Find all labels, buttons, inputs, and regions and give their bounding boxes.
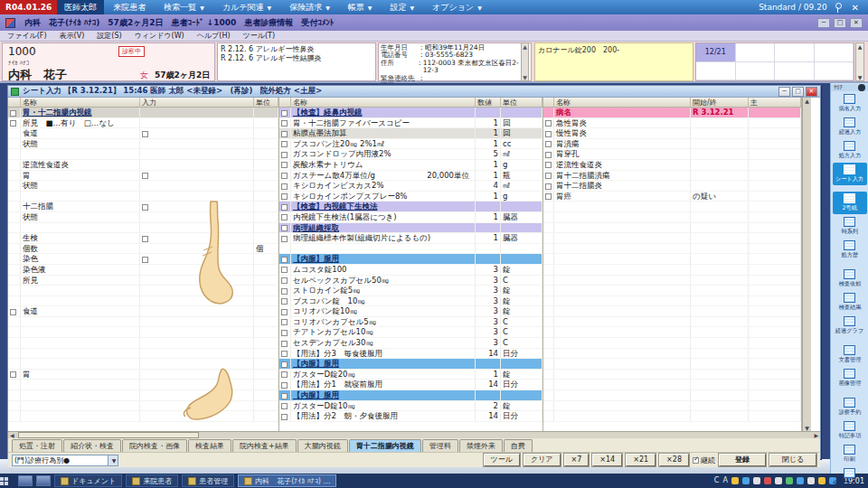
row-checkbox[interactable] <box>10 110 16 117</box>
calendar-cell[interactable] <box>775 62 815 80</box>
order-row[interactable]: 【内服】服用 <box>279 390 542 401</box>
row-checkbox[interactable] <box>142 236 148 242</box>
disease-row[interactable] <box>543 265 801 276</box>
order-row[interactable]: 炭酸水素ナトリウム1g <box>279 160 542 171</box>
row-checkbox[interactable] <box>281 162 288 168</box>
calendar-scrollbar[interactable]: ▲▼ <box>855 42 864 81</box>
detail-scrollbar[interactable]: ▲▼ <box>521 42 529 81</box>
disease-row[interactable] <box>543 202 801 212</box>
row-checkbox[interactable] <box>281 141 288 147</box>
row-checkbox[interactable] <box>281 341 288 347</box>
row-checkbox[interactable] <box>281 267 288 273</box>
disease-row[interactable]: 逆流性食道炎 <box>543 160 801 171</box>
menubar-item-検索一覧[interactable]: 検索一覧▼ <box>155 2 213 14</box>
sheet-row[interactable] <box>8 223 278 234</box>
row-checkbox[interactable] <box>281 277 288 284</box>
sidebar-button-時系列[interactable]: 時系列 <box>833 215 867 238</box>
order-row[interactable] <box>279 244 542 255</box>
sheet-select-dropdown[interactable]: (門)診療行為別● ▼ <box>12 455 118 466</box>
order-row[interactable]: チアトンカプセル10㎎3C <box>279 327 542 338</box>
sheet-close-button[interactable]: ✕ <box>806 87 817 97</box>
memo-box[interactable]: カロナール錠200 200- <box>534 42 693 81</box>
row-checkbox[interactable] <box>545 183 552 190</box>
row-input-cell[interactable] <box>140 118 254 128</box>
disease-row[interactable]: 慢性胃炎 <box>543 128 801 139</box>
footer-button-×14[interactable]: ×14 <box>592 454 622 466</box>
row-checkbox[interactable] <box>281 288 288 295</box>
disease-row[interactable] <box>543 317 801 328</box>
search-icon[interactable] <box>18 475 33 486</box>
order-row[interactable]: コリオパン錠10㎎3錠 <box>279 306 542 317</box>
disease-row[interactable] <box>543 327 801 338</box>
menu-ファイル(F)[interactable]: ファイル(F) <box>7 31 47 41</box>
sheet-row[interactable]: 逆流性食道炎 <box>8 160 278 171</box>
tray-icon-7[interactable] <box>807 477 815 484</box>
sheet-row[interactable]: 状態 <box>8 212 278 223</box>
order-row[interactable]: ガスターD錠20㎎1錠 <box>279 370 542 380</box>
tab-紹介状・検査[interactable]: 紹介状・検査 <box>63 439 121 452</box>
sheet-row[interactable]: 所見 ■…有り □…なし <box>8 118 278 129</box>
sheet-close-footer-button[interactable]: 閉じる <box>769 454 816 466</box>
order-row[interactable]: 【検査】経鼻内視鏡 <box>279 108 542 118</box>
order-row[interactable]: ムコスタ錠1003錠 <box>279 265 542 276</box>
disease-row[interactable] <box>543 286 801 296</box>
disease-row[interactable] <box>543 401 801 412</box>
sidebar-button-検査結果[interactable]: 検査結果 <box>833 291 867 314</box>
order-row[interactable]: ガスチーム散4万単位/g20,000単位1瓶 <box>279 171 542 182</box>
list-horizontal-scrollbar[interactable]: ◀▶ <box>8 431 820 438</box>
row-checkbox[interactable] <box>281 330 288 336</box>
row-checkbox[interactable] <box>545 141 552 147</box>
row-input-cell[interactable] <box>140 233 254 243</box>
row-checkbox[interactable] <box>10 120 16 127</box>
disease-row[interactable]: 胃癌の疑い <box>543 192 801 202</box>
row-input-cell[interactable] <box>140 202 254 211</box>
row-input-cell[interactable] <box>140 306 254 316</box>
menubar-item-保険請求[interactable]: 保険請求▼ <box>280 2 339 14</box>
sheet-row[interactable] <box>8 411 278 422</box>
sheet-row[interactable] <box>8 390 278 401</box>
row-input-cell[interactable] <box>140 149 254 159</box>
menu-ウィンドウ(W)[interactable]: ウィンドウ(W) <box>135 31 184 41</box>
order-row[interactable]: 【用法】分3 毎食後服用14日分 <box>279 349 542 360</box>
row-checkbox[interactable] <box>10 371 16 378</box>
row-checkbox[interactable] <box>142 257 148 263</box>
sheet-row[interactable] <box>8 401 278 412</box>
tray-ime-A[interactable]: A <box>722 477 727 484</box>
order-row[interactable]: 【用法】分1 就寝前服用14日分 <box>279 380 542 390</box>
row-input-cell[interactable] <box>140 244 254 254</box>
taskbar-item-患者管理[interactable]: 患者管理 <box>182 474 234 487</box>
sidebar-button-経過グラフ[interactable]: 経過グラフ <box>833 314 867 337</box>
order-row[interactable]: セルベックスカプセル50㎎3C <box>279 276 542 286</box>
row-input-cell[interactable] <box>140 370 254 380</box>
footer-button-ツール[interactable]: ツール <box>484 454 520 466</box>
sheet-row[interactable]: 生検 <box>8 233 278 244</box>
taskbar-item-ドキュメント[interactable]: ドキュメント <box>54 474 122 487</box>
sheet-row[interactable]: 個数個 <box>8 244 278 255</box>
disease-row[interactable]: 胃十二指腸潰瘍 <box>543 171 801 182</box>
row-checkbox[interactable] <box>545 120 552 127</box>
sheet-maximize-button[interactable]: □ <box>792 87 804 97</box>
row-input-cell[interactable] <box>140 286 254 296</box>
row-input-cell[interactable] <box>140 192 254 202</box>
sidebar-button-病名入力[interactable]: 病名入力 <box>833 92 867 115</box>
row-input-cell[interactable] <box>140 296 254 306</box>
disease-row[interactable] <box>543 349 801 360</box>
disease-row[interactable]: 急性胃炎 <box>543 118 801 129</box>
register-button[interactable]: 登録 <box>719 454 766 466</box>
disease-row[interactable] <box>543 233 801 244</box>
row-checkbox[interactable] <box>142 131 148 137</box>
row-input-cell[interactable] <box>140 223 254 233</box>
tab-院内検査・画像[interactable]: 院内検査・画像 <box>122 439 187 452</box>
menu-設定(S)[interactable]: 設定(S) <box>97 31 121 41</box>
app-close-button[interactable]: ✕ <box>848 3 863 13</box>
disease-row[interactable] <box>543 276 801 286</box>
sidebar-button-シート入力[interactable]: シート入力 <box>833 163 867 185</box>
row-checkbox[interactable] <box>281 351 288 357</box>
tray-icon-5[interactable] <box>786 477 793 484</box>
row-checkbox[interactable] <box>545 162 552 168</box>
row-checkbox[interactable] <box>142 204 148 211</box>
tray-ime-C[interactable]: C <box>714 477 720 484</box>
logged-in-doctor[interactable]: 医師太郎 <box>57 0 104 14</box>
row-input-cell[interactable] <box>140 128 254 138</box>
row-input-cell[interactable] <box>140 160 254 170</box>
